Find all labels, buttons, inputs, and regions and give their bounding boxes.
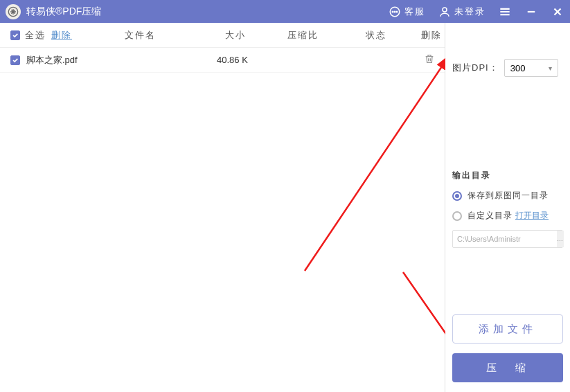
file-list-panel: 全选 删除 文件名 大小 压缩比 状态 删除 脚本之家.pdf 40.86 K	[0, 23, 445, 392]
side-panel: 图片DPI： 300 ▾ 输出目录 保存到原图同一目录 自定义目录 打开目录 …	[445, 23, 570, 392]
dpi-label: 图片DPI：	[452, 62, 499, 74]
add-file-button[interactable]: 添加文件	[452, 314, 563, 344]
header-status: 状态	[366, 29, 386, 42]
list-header: 全选 删除 文件名 大小 压缩比 状态 删除	[0, 23, 445, 48]
select-all-label: 全选	[25, 29, 48, 42]
minimize-button[interactable]	[524, 5, 538, 19]
compress-button[interactable]: 压 缩	[452, 353, 563, 382]
dpi-value: 300	[510, 63, 526, 73]
close-button[interactable]	[551, 5, 564, 19]
browse-button[interactable]: …	[557, 231, 564, 247]
svg-line-8	[403, 272, 445, 354]
header-size: 大小	[225, 29, 246, 42]
menu-icon	[498, 5, 512, 19]
svg-point-3	[394, 11, 395, 12]
app-title: 转易侠®PDF压缩	[26, 6, 101, 18]
user-icon	[438, 5, 452, 19]
header-delete: 删除	[421, 29, 442, 42]
chat-icon	[388, 5, 402, 19]
radio-custom-label: 自定义目录	[467, 210, 513, 222]
radio-icon-selected	[452, 191, 462, 201]
delete-selected-link[interactable]: 删除	[51, 29, 72, 42]
output-path-input[interactable]	[453, 235, 557, 243]
row-size: 40.86 K	[217, 55, 248, 65]
customer-service-label: 客服	[404, 6, 425, 18]
open-dir-link[interactable]: 打开目录	[515, 210, 549, 222]
svg-point-2	[392, 11, 393, 12]
trash-icon	[424, 53, 435, 64]
radio-same-dir[interactable]: 保存到原图同一目录	[452, 190, 563, 202]
minimize-icon	[524, 5, 538, 19]
radio-same-label: 保存到原图同一目录	[467, 190, 549, 202]
svg-point-4	[396, 11, 398, 12]
titlebar: 转易侠®PDF压缩 客服 未登录	[0, 0, 570, 23]
login-button[interactable]: 未登录	[438, 5, 486, 19]
table-row[interactable]: 脚本之家.pdf 40.86 K	[0, 48, 445, 73]
row-filename: 脚本之家.pdf	[26, 54, 78, 66]
menu-button[interactable]	[498, 5, 512, 19]
close-icon	[551, 5, 564, 19]
svg-line-6	[305, 56, 445, 271]
row-checkbox[interactable]	[10, 55, 20, 65]
radio-icon-unselected	[452, 211, 462, 221]
login-label: 未登录	[454, 6, 486, 18]
header-filename: 文件名	[125, 29, 156, 42]
dpi-select[interactable]: 300 ▾	[504, 59, 558, 77]
annotation-arrows	[0, 23, 445, 392]
radio-custom-dir[interactable]: 自定义目录 打开目录	[452, 210, 563, 222]
app-logo	[6, 4, 21, 19]
output-dir-title: 输出目录	[452, 170, 563, 181]
customer-service-button[interactable]: 客服	[388, 5, 425, 19]
select-all-checkbox[interactable]	[10, 30, 20, 40]
row-delete-button[interactable]	[424, 53, 435, 66]
chevron-down-icon: ▾	[549, 64, 552, 72]
svg-point-5	[443, 8, 447, 12]
header-ratio: 压缩比	[287, 29, 319, 42]
